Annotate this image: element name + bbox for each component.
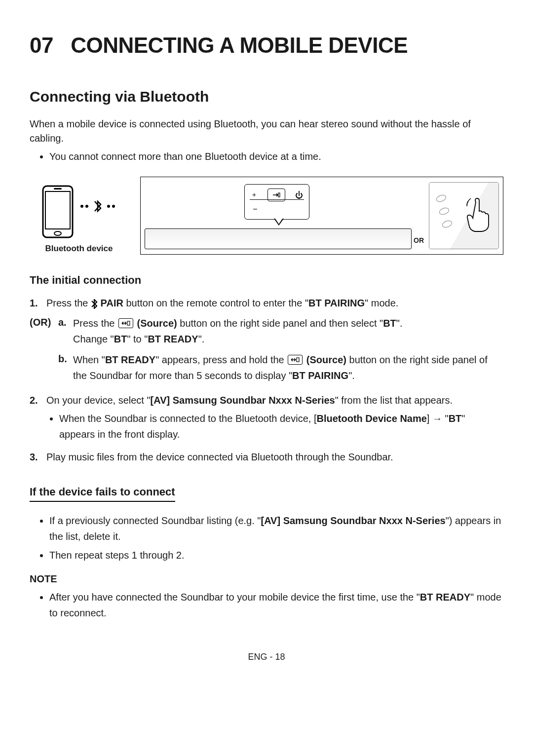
a-source: (Source) xyxy=(134,318,177,329)
substep-a-letter: a. xyxy=(58,315,73,347)
source-icon xyxy=(118,318,133,328)
b-source: (Source) xyxy=(304,354,346,365)
svg-point-6 xyxy=(107,205,110,208)
a-line2-pre: Change " xyxy=(73,334,114,344)
bluetooth-device-figure: Bluetooth device xyxy=(30,185,128,255)
phone-icon xyxy=(40,185,75,239)
a-pre: Press the xyxy=(73,318,117,329)
a-line2-ready: BT READY xyxy=(148,334,198,344)
plus-icon: ＋ xyxy=(251,189,258,199)
minus-icon: － xyxy=(251,202,260,215)
chapter-title-text: CONNECTING A MOBILE DEVICE xyxy=(71,33,408,57)
step-1-post: button on the remote control to enter th… xyxy=(123,298,308,308)
chapter-title: 07 CONNECTING A MOBILE DEVICE xyxy=(30,30,503,61)
bluetooth-device-label: Bluetooth device xyxy=(45,243,113,255)
a-line2-end: ". xyxy=(198,334,205,344)
page-footer: ENG - 18 xyxy=(30,650,503,663)
step-3: 3. Play music files from the device conn… xyxy=(30,450,503,464)
fail-heading: If the device fails to connect xyxy=(30,484,175,502)
step-1-number: 1. xyxy=(30,296,46,310)
a-after-bt: ". xyxy=(396,318,403,329)
step-2: 2. On your device, select "[AV] Samsung … xyxy=(30,393,503,445)
a-bt: BT xyxy=(383,318,396,329)
step-3-text: Play music files from the device connect… xyxy=(46,450,503,464)
step-2-name: [AV] Samsung Soundbar Nxxx N-Series xyxy=(151,395,335,406)
note-heading: NOTE xyxy=(30,572,503,586)
step-1-pre: Press the xyxy=(46,298,91,308)
svg-rect-8 xyxy=(278,193,280,197)
callout-tail-icon xyxy=(274,219,284,226)
note-b1-pre: After you have connected the Soundbar to… xyxy=(49,592,420,603)
svg-point-11 xyxy=(442,220,453,228)
b-end: ". xyxy=(348,370,355,381)
step-1-end: " mode. xyxy=(365,298,398,308)
section-title: Connecting via Bluetooth xyxy=(30,86,503,108)
bluetooth-icon xyxy=(91,299,98,309)
source-icon xyxy=(288,355,303,365)
substep-b: b. When "BT READY" appears, press and ho… xyxy=(58,352,503,383)
panel-buttons-icon xyxy=(434,191,454,236)
step-2-number: 2. xyxy=(30,393,46,445)
step-1-pair: PAIR xyxy=(98,298,123,308)
step-3-number: 3. xyxy=(30,450,46,464)
svg-point-7 xyxy=(112,205,115,208)
b-pairing: BT PAIRING xyxy=(292,370,348,381)
initial-connection-heading: The initial connection xyxy=(30,272,503,288)
step-2-pre: On your device, select " xyxy=(46,395,151,406)
b-mid1: " appears, press and hold the xyxy=(155,354,287,365)
step-1: 1. Press the PAIR button on the remote c… xyxy=(30,296,503,310)
svg-point-4 xyxy=(80,205,83,208)
step-2-sub-pre: When the Soundbar is connected to the Bl… xyxy=(59,413,316,424)
fail-b1-name: [AV] Samsung Soundbar Nxxx N-Series xyxy=(261,515,445,526)
bluetooth-signal-icon xyxy=(78,196,117,216)
step-1-mode: BT PAIRING xyxy=(308,298,365,308)
b-ready: BT READY xyxy=(105,354,155,365)
side-panel-figure xyxy=(429,182,499,249)
fail-b1-pre: If a previously connected Soundbar listi… xyxy=(49,515,261,526)
chapter-number: 07 xyxy=(30,33,53,57)
fail-bullet-1: If a previously connected Soundbar listi… xyxy=(49,513,503,544)
diagram: Bluetooth device ＋ － ⏻ OR xyxy=(30,177,503,255)
a-line2-bt: BT xyxy=(114,334,127,344)
hand-press-icon xyxy=(466,197,495,232)
intro-text: When a mobile device is connected using … xyxy=(30,117,503,146)
b-pre: When " xyxy=(73,354,105,365)
svg-point-3 xyxy=(54,231,61,235)
note-b1-ready: BT READY xyxy=(420,592,470,603)
fail-bullet-2: Then repeat steps 1 through 2. xyxy=(49,547,503,563)
svg-rect-12 xyxy=(127,321,130,325)
a-mid: button on the right side panel and then … xyxy=(177,318,383,329)
substep-b-letter: b. xyxy=(58,352,73,383)
note-bullet-1: After you have connected the Soundbar to… xyxy=(49,589,503,621)
step-2-sub: When the Soundbar is connected to the Bl… xyxy=(59,411,503,442)
a-line2-mid: " to " xyxy=(127,334,148,344)
svg-rect-0 xyxy=(43,186,73,237)
step-2-sub-bt: BT xyxy=(449,413,462,424)
svg-point-10 xyxy=(439,207,450,216)
svg-rect-2 xyxy=(54,188,62,189)
svg-point-5 xyxy=(85,205,88,208)
substep-a: a. Press the (Source) button on the righ… xyxy=(58,315,503,347)
intro-bullet: You cannot connect more than one Bluetoo… xyxy=(49,150,503,164)
svg-rect-13 xyxy=(297,358,299,362)
or-alternative: (OR) a. Press the (Source) button on the… xyxy=(30,315,503,388)
soundbar-figure: ＋ － ⏻ OR xyxy=(140,177,503,255)
or-label: OR xyxy=(414,235,424,245)
step-2-post: " from the list that appears. xyxy=(335,395,453,406)
remote-callout: ＋ － ⏻ xyxy=(244,184,309,220)
svg-rect-1 xyxy=(45,191,70,229)
or-tag: (OR) xyxy=(30,315,58,388)
step-2-sub-name: Bluetooth Device Name xyxy=(316,413,426,424)
svg-point-9 xyxy=(436,194,447,203)
soundbar-body xyxy=(145,228,412,249)
step-2-sub-mid: ] → " xyxy=(427,413,449,424)
